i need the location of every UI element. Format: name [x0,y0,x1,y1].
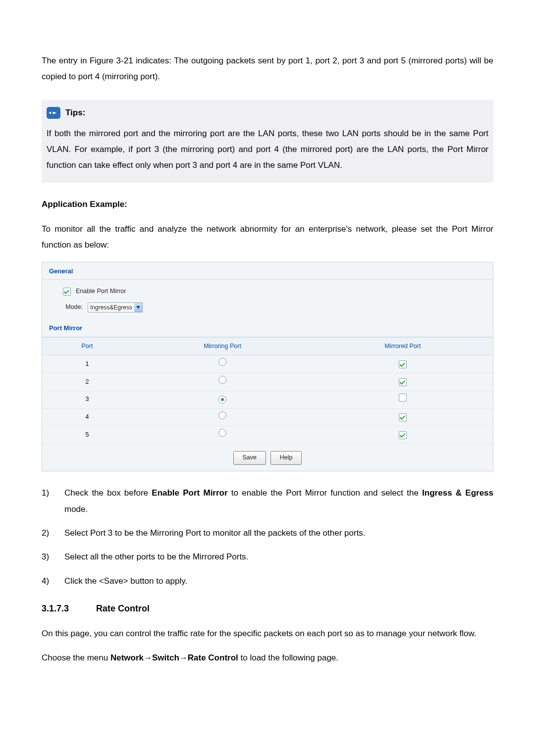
pointing-hand-icon [47,107,60,119]
mirrored-port-checkbox[interactable] [399,431,407,439]
mode-select-value: Ingress&Egress [88,302,134,313]
mirroring-port-radio[interactable] [218,411,226,419]
col-mirrored: Mirrored Port [313,337,493,355]
intro-paragraph: The entry in Figure 3-21 indicates: The … [42,53,493,85]
port-cell: 5 [42,426,132,444]
step-3-text: Select all the other ports to be the Mir… [64,549,493,565]
rate-control-heading: 3.1.7.3Rate Control [42,600,493,617]
step-4-text: Click the <Save> button to apply. [64,573,493,589]
help-button[interactable]: Help [270,451,302,465]
step-1-text: Check the box before [64,488,152,498]
chevron-down-icon [134,303,142,312]
step-2: Select Port 3 to be the Mirroring Port t… [42,525,493,541]
mirroring-port-radio[interactable] [218,396,226,403]
tips-label: Tips: [65,105,85,121]
mirrored-cell [313,426,493,444]
mirroring-cell [132,426,313,444]
mirrored-cell [313,408,493,426]
mirroring-cell [132,355,313,373]
menu-text-c: to load the following page. [238,653,338,662]
rate-control-title: Rate Control [96,604,150,613]
instruction-list: Check the box before Enable Port Mirror … [42,485,493,589]
mirrored-port-checkbox[interactable] [399,378,407,386]
col-port: Port [42,337,132,355]
application-example-heading: Application Example: [42,197,493,212]
step-3: Select all the other ports to be the Mir… [42,549,493,565]
tips-content: If both the mirrored port and the mirror… [47,126,488,174]
mirroring-port-radio[interactable] [218,376,226,384]
svg-point-0 [49,112,51,114]
menu-text-a: Choose the menu [42,653,110,662]
mirrored-cell [313,391,493,408]
mirrored-port-checkbox[interactable] [399,413,407,421]
enable-port-mirror-checkbox[interactable] [63,288,71,296]
step-2-text: Select Port 3 to be the Mirroring Port t… [64,525,493,541]
table-row: 4 [42,408,493,426]
mirrored-port-checkbox[interactable] [399,394,407,402]
table-row: 3 [42,391,493,408]
save-button[interactable]: Save [233,451,267,465]
port-cell: 3 [42,391,132,408]
mirrored-cell [313,373,493,391]
table-row: 5 [42,426,493,444]
menu-text-bold: Network→Switch→Rate Control [110,653,238,662]
port-cell: 2 [42,373,132,391]
application-example-text: To monitor all the traffic and analyze t… [42,221,493,253]
tips-box: Tips: If both the mirrored port and the … [42,100,493,183]
mirroring-cell [132,373,313,391]
mode-select[interactable]: Ingress&Egress [88,302,143,312]
mirrored-cell [313,355,493,373]
col-mirroring: Mirroring Port [132,337,313,355]
mirroring-cell [132,408,313,426]
mode-label: Mode: [63,302,83,313]
port-mirror-table: Port Mirroring Port Mirrored Port 12345 [42,337,493,445]
mirroring-port-radio[interactable] [218,429,226,437]
enable-port-mirror-label: Enable Port Mirror [76,286,126,298]
rate-control-intro: On this page, you can control the traffi… [42,626,493,642]
table-row: 1 [42,355,493,373]
step-1: Check the box before Enable Port Mirror … [42,485,493,517]
port-cell: 4 [42,408,132,426]
port-mirror-section-title: Port Mirror [42,319,493,337]
port-mirror-panel: General Enable Port Mirror Mode: Ingress… [42,262,493,472]
menu-path-paragraph: Choose the menu Network→Switch→Rate Cont… [42,650,493,666]
general-section-title: General [42,262,493,280]
rate-control-number: 3.1.7.3 [42,600,96,617]
step-1-text2: to enable the Port Mirror function and s… [228,488,423,498]
mirroring-cell [132,391,313,408]
step-1-text3: mode. [64,504,88,514]
mirrored-port-checkbox[interactable] [399,360,407,368]
step-1-bold1: Enable Port Mirror [152,488,227,498]
port-cell: 1 [42,355,132,373]
mirroring-port-radio[interactable] [218,358,226,366]
step-1-bold2: Ingress & Egress [422,488,493,498]
table-row: 2 [42,373,493,391]
step-4: Click the <Save> button to apply. [42,573,493,589]
